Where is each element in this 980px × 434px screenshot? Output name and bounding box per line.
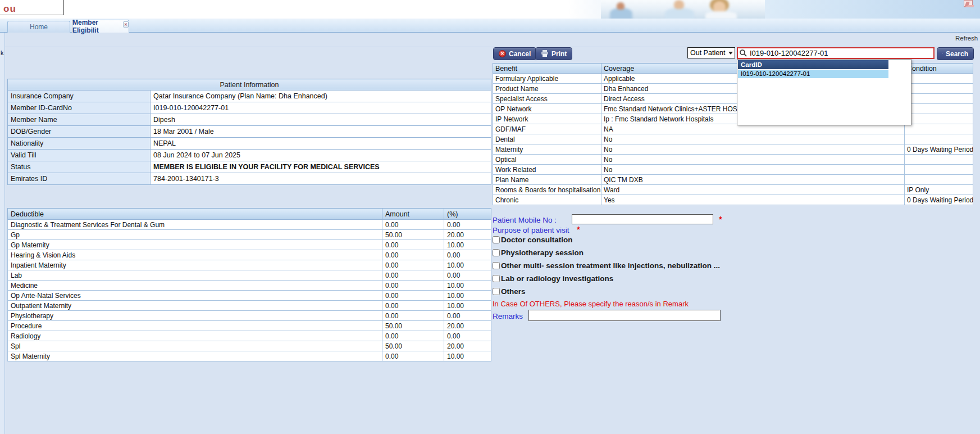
benefit-row: Work RelatedNo <box>493 165 973 175</box>
photo-person-head <box>674 0 684 9</box>
benefit-condition-cell <box>905 165 973 175</box>
tab-close-icon[interactable]: ✕ <box>123 21 129 28</box>
deductible-percent-cell: 10.00 <box>444 351 491 361</box>
deductible-col-header: Deductible <box>8 209 382 220</box>
cardid-dropdown-list: I019-010-120042277-01 <box>737 70 911 78</box>
benefit-condition-cell <box>905 94 973 104</box>
deductible-row: Physiotherapy0.000.00 <box>8 311 491 321</box>
patient-info-table: Patient Information Insurance CompanyQat… <box>7 79 491 185</box>
top-banner: ou <box>0 0 980 19</box>
photo-figures <box>601 0 765 19</box>
member-eligibility-page: ou Home Member Eligibilit ✕ Refresh k Pa… <box>0 0 980 434</box>
deductible-percent-cell: 10.00 <box>444 260 491 270</box>
deductible-name-cell: Spl <box>8 341 382 351</box>
deductible-name-cell: Inpatient Maternity <box>8 260 382 270</box>
mobile-label: Patient Mobile No : <box>493 216 557 224</box>
cardid-dropdown-item[interactable]: I019-010-120042277-01 <box>738 70 888 78</box>
purpose-checkbox[interactable] <box>493 236 500 243</box>
card-search-input[interactable] <box>737 47 935 59</box>
printer-icon <box>541 50 549 57</box>
benefit-name-cell: Dental <box>493 134 601 144</box>
left-strip-text: k <box>1 49 4 56</box>
patient-info-title: Patient Information <box>8 79 491 91</box>
purpose-checkbox[interactable] <box>493 262 500 269</box>
patient-info-label: Insurance Company <box>8 91 151 102</box>
cancel-button[interactable]: ✕ Cancel <box>493 47 536 60</box>
benefit-row: Rooms & Boards for hospitalisationWardIP… <box>493 185 973 195</box>
binoculars-icon <box>942 50 943 57</box>
tab-home[interactable]: Home <box>7 21 70 33</box>
benefit-condition-cell <box>905 84 973 94</box>
deductible-percent-cell: 0.00 <box>444 220 491 230</box>
deductible-row: Medicine0.0010.00 <box>8 281 491 291</box>
deductible-amount-cell: 50.00 <box>382 230 444 240</box>
mobile-required-star: * <box>719 214 722 224</box>
condition-col-header: Condition <box>905 64 973 74</box>
purpose-checkbox-label: Other multi- session treatment like inje… <box>501 261 720 270</box>
benefit-name-cell: OP Network <box>493 104 601 114</box>
purpose-checkbox[interactable] <box>493 275 500 282</box>
tab-member-eligibility[interactable]: Member Eligibilit ✕ <box>72 20 129 33</box>
benefit-condition-cell <box>905 175 973 185</box>
search-button[interactable]: Search <box>937 47 974 60</box>
benefit-name-cell: Formulary Applicable <box>493 74 601 84</box>
benefit-condition-cell <box>905 74 973 84</box>
deductible-name-cell: Procedure <box>8 321 382 331</box>
deductible-row: Spl50.0020.00 <box>8 341 491 351</box>
deductible-row: Hearing & Vision Aids0.000.00 <box>8 250 491 260</box>
deductible-percent-cell: 0.00 <box>444 270 491 281</box>
deductible-name-cell: Spl Maternity <box>8 351 382 361</box>
deductible-percent-cell: 10.00 <box>444 281 491 291</box>
photo-person-head <box>713 1 726 12</box>
deductible-percent-cell: 10.00 <box>444 240 491 250</box>
search-button-label: Search <box>946 50 968 58</box>
purpose-checkbox-label: Doctor consultation <box>501 236 573 244</box>
purpose-option: Others <box>493 287 762 296</box>
print-button[interactable]: Print <box>535 47 572 60</box>
benefit-name-cell: Plan Name <box>493 175 601 185</box>
deductible-amount-cell: 0.00 <box>382 270 444 281</box>
benefit-coverage-cell: No <box>601 134 905 144</box>
deductible-amount-cell: 0.00 <box>382 250 444 260</box>
deductible-amount-cell: 0.00 <box>382 220 444 230</box>
deductible-row: Gp Maternity0.0010.00 <box>8 240 491 250</box>
purpose-label: Purpose of patient visit <box>493 226 569 234</box>
patient-info-value: MEMBER IS ELIGIBLE IN YOUR FACILITY FOR … <box>151 161 491 173</box>
remarks-input[interactable] <box>528 310 721 321</box>
purpose-checkbox-label: Physiotherapy session <box>501 248 584 257</box>
purpose-checkbox[interactable] <box>493 288 500 295</box>
medical-staff-photo <box>601 0 765 19</box>
deductible-percent-cell: 0.00 <box>444 331 491 341</box>
deductible-amount-cell: 0.00 <box>382 291 444 301</box>
patient-info-row: Valid Till08 Jun 2024 to 07 Jun 2025 <box>8 150 491 161</box>
patient-info-body: Insurance CompanyQatar Insurance Company… <box>8 91 491 185</box>
benefit-coverage-cell: Yes <box>601 195 905 205</box>
benefit-row: GDF/MAFNA <box>493 124 973 134</box>
deductible-name-cell: Lab <box>8 270 382 281</box>
benefit-name-cell: Chronic <box>493 195 601 205</box>
benefit-condition-cell <box>905 134 973 144</box>
visit-type-select[interactable]: Out Patient <box>687 47 735 58</box>
amount-col-header: Amount <box>382 209 444 220</box>
deductible-name-cell: Diagnostic & Treatment Services For Dent… <box>8 220 382 230</box>
patient-info-label: DOB/Gender <box>8 126 151 138</box>
purpose-checkbox[interactable] <box>493 249 500 256</box>
mobile-input[interactable] <box>572 214 713 224</box>
deductible-percent-cell: 10.00 <box>444 301 491 311</box>
left-side-strip: k <box>0 33 5 434</box>
benefit-coverage-cell: No <box>601 165 905 175</box>
patient-info-label: Member ID-CardNo <box>8 102 151 114</box>
patient-info-row: Insurance CompanyQatar Insurance Company… <box>8 91 491 102</box>
deductible-name-cell: Outpatient Maternity <box>8 301 382 311</box>
refresh-link[interactable]: Refresh <box>955 35 978 42</box>
patient-info-value: NEPAL <box>151 138 491 150</box>
deductible-percent-cell: 0.00 <box>444 311 491 321</box>
deductible-amount-cell: 0.00 <box>382 240 444 250</box>
patient-info-label: Nationality <box>8 138 151 150</box>
banner-gradient <box>765 0 980 19</box>
patient-info-title-row: Patient Information <box>8 79 491 91</box>
deductible-amount-cell: 0.00 <box>382 351 444 361</box>
benefit-condition-cell: 0 Days Waiting Period <box>905 144 973 155</box>
deductible-amount-cell: 0.00 <box>382 281 444 291</box>
visit-type-value: Out Patient <box>690 49 726 57</box>
